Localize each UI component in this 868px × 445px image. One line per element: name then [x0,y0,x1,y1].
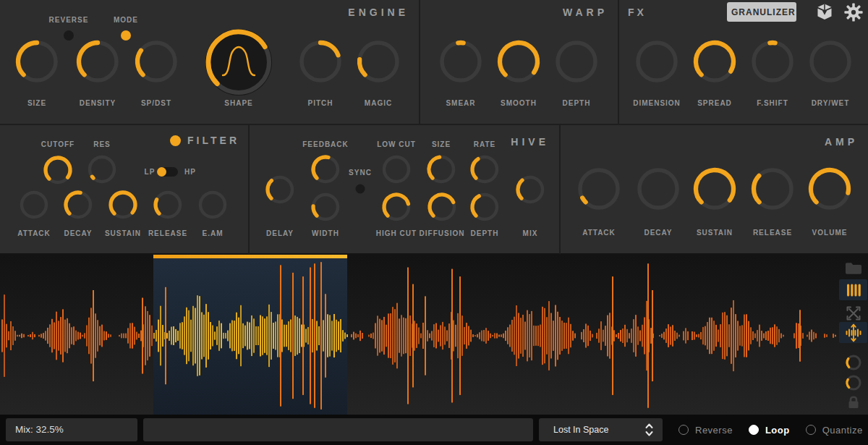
knob-smear[interactable] [438,38,484,88]
mix-readout[interactable]: Mix: 32.5% [6,418,137,441]
sync-led[interactable] [356,185,365,194]
knob-label-sustain: SUSTAIN [105,229,141,237]
knob-label-high-cut: HIGH CUT [376,229,417,237]
hp-label: HP [184,168,196,176]
knob-label-e-am: E.AM [203,229,224,237]
knob-spread[interactable] [692,38,738,88]
radio-loop[interactable]: Loop [749,425,790,436]
lock-icon[interactable] [839,391,867,412]
knob-label-shape: SHAPE [224,99,252,107]
knob-high-cut[interactable] [380,190,413,226]
radio-label-reverse: Reverse [695,425,733,436]
waveform-toolbar [838,255,868,415]
knob-width[interactable] [309,190,342,226]
knob-feedback[interactable] [309,153,342,189]
radio-reverse[interactable]: Reverse [678,425,733,436]
knob-sustain[interactable] [106,188,140,224]
knob-label-attack: ATTACK [17,229,51,237]
knob-shape[interactable] [204,27,273,100]
knob-label-smear: SMEAR [446,99,475,107]
fx-title: FX [628,7,647,18]
knob-volume[interactable] [807,166,853,215]
knob-f-shift[interactable] [749,38,796,88]
knob-cutoff[interactable] [41,153,75,190]
knob-smooth[interactable] [495,38,542,88]
knob-release[interactable] [749,166,796,215]
folder-icon[interactable] [839,258,867,279]
knob-decay[interactable] [635,166,681,215]
grain-bars-icon[interactable] [839,279,867,300]
package-icon[interactable] [814,2,835,25]
knob-label-low-cut: LOW CUT [377,140,416,148]
expand-arrows-icon[interactable] [839,302,867,323]
knob-label-depth: DEPTH [563,99,591,107]
plugin-window: ENGINE WARP FX FILTER HIVE AMP GRANULIZE… [0,0,868,445]
knob-release[interactable] [151,188,184,224]
filter-led [170,135,181,146]
knob-label-sustain: SUSTAIN [697,229,733,237]
knob-label-volume: VOLUME [812,229,848,237]
granulizer-button[interactable]: GRANULIZER [727,2,796,22]
knob-dry-wet[interactable] [807,38,854,88]
lp-hp-toggle[interactable] [157,167,178,177]
knob-delay[interactable] [263,173,297,209]
knob-label-release: RELEASE [148,229,187,237]
knob-label-rate: RATE [474,140,495,148]
preset-name: Lost In Space [553,425,608,435]
knob-low-cut[interactable] [380,153,413,189]
warp-title: WARP [563,7,608,18]
knob-mix[interactable] [514,173,547,209]
knob-decay[interactable] [61,188,95,224]
knob-a-icon[interactable] [839,352,867,373]
radio-quantize[interactable]: Quantize [806,425,863,436]
knob-sp-dst[interactable] [133,38,179,88]
radio-circle-loop [749,425,759,435]
knob-label-decay: DECAY [644,229,672,237]
knob-density[interactable] [75,38,121,88]
knob-label-pitch: PITCH [308,99,333,107]
knob-b-icon[interactable] [839,372,867,393]
knob-label-size: SIZE [432,140,451,148]
info-field[interactable] [143,418,533,441]
knob-label-dry-wet: DRY/WET [812,99,850,107]
knob-label-attack: ATTACK [582,229,616,237]
knob-label-size: SIZE [27,99,46,107]
amp-title: AMP [825,136,858,148]
knob-res[interactable] [85,153,119,189]
knob-label-res: RES [93,140,111,148]
knob-rate[interactable] [468,153,501,189]
preset-selector[interactable]: Lost In Space [539,418,663,441]
knob-depth[interactable] [553,38,600,88]
knob-label-width: WIDTH [312,229,339,237]
radio-circle-quantize [806,425,816,435]
sync-label: SYNC [349,169,372,177]
lp-label: LP [145,168,156,176]
knob-label-f-shift: F.SHIFT [757,99,788,107]
knob-label-release: RELEASE [753,229,792,237]
knob-attack[interactable] [17,188,51,224]
knob-label-diffusion: DIFFUSION [420,229,465,237]
knob-depth[interactable] [468,190,501,226]
knob-sustain[interactable] [692,166,738,215]
toggle-knob [157,167,166,177]
knob-label-delay: DELAY [266,229,294,237]
reverse-led[interactable] [64,30,74,41]
footer-bar: Mix: 32.5% Lost In Space ReverseLoopQuan… [0,415,868,445]
knob-diffusion[interactable] [425,190,459,226]
filter-title: FILTER [187,135,239,146]
radio-circle-reverse [678,425,689,435]
knob-label-sp-dst: SP/DST [141,99,171,107]
knob-e-am[interactable] [196,188,229,224]
knob-size[interactable] [14,38,60,88]
knob-label-cutoff: CUTOFF [41,140,75,148]
wave-stretch-icon[interactable] [839,322,867,343]
gear-icon[interactable] [843,2,864,25]
waveform-display[interactable] [0,255,868,415]
knob-dimension[interactable] [634,38,680,88]
knob-attack[interactable] [576,166,622,215]
knob-size[interactable] [425,153,458,189]
knob-magic[interactable] [355,38,401,88]
mode-led[interactable] [121,30,131,41]
knob-label-decay: DECAY [64,229,92,237]
knob-pitch[interactable] [297,38,344,88]
